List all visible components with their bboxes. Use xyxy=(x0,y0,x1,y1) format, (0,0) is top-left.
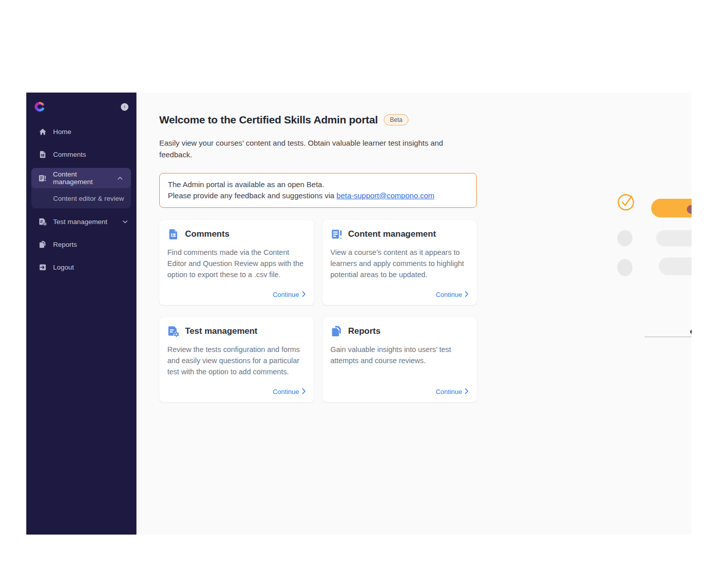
continue-link-comments[interactable]: Continue xyxy=(272,291,305,298)
continue-link-test-management[interactable]: Continue xyxy=(272,388,305,396)
sidebar-item-label: Content management xyxy=(53,170,117,186)
content-management-icon xyxy=(38,173,47,183)
sidebar-item-content-editor-review[interactable]: Content editor & review xyxy=(31,188,131,208)
continue-link-content-management[interactable]: Continue xyxy=(436,291,469,298)
reports-icon xyxy=(38,240,47,249)
card-title: Comments xyxy=(185,229,230,239)
card-description: Find comments made via the Content Edito… xyxy=(167,247,306,280)
home-icon xyxy=(38,127,47,137)
sidebar-item-comments[interactable]: Comments xyxy=(26,143,136,166)
beta-notice-banner: The Admin portal is available as an open… xyxy=(159,173,477,208)
notice-line-1: The Admin portal is available as an open… xyxy=(168,179,468,191)
chevron-right-icon xyxy=(465,388,469,396)
card-title: Reports xyxy=(348,326,381,336)
test-management-icon xyxy=(38,217,47,227)
sidebar: ‹ Home Comments xyxy=(26,93,136,535)
notice-line-2: Please provide any feedback and suggesti… xyxy=(168,190,468,202)
chevron-up-icon xyxy=(117,177,123,180)
sidebar-nav: Home Comments xyxy=(26,120,136,279)
card-description: Review the tests configuration and forms… xyxy=(167,344,306,377)
reports-icon xyxy=(331,325,343,337)
sidebar-subitem-label: Content editor & review xyxy=(53,195,124,202)
content-management-icon xyxy=(331,228,343,240)
card-title: Test management xyxy=(185,326,257,336)
sidebar-item-home[interactable]: Home xyxy=(26,120,136,143)
card-description: Gain valuable insights into users’ test … xyxy=(331,344,469,366)
sidebar-collapse-button[interactable]: ‹ xyxy=(121,103,128,111)
sidebar-item-label: Logout xyxy=(53,263,74,271)
sidebar-item-label: Test management xyxy=(53,218,107,226)
main-content: Welcome to the Certified Skills Admin po… xyxy=(136,93,692,535)
chevron-right-icon xyxy=(302,388,306,396)
continue-link-reports[interactable]: Continue xyxy=(436,388,469,396)
card-comments[interactable]: Comments Find comments made via the Cont… xyxy=(159,220,314,305)
chevron-right-icon xyxy=(302,291,306,298)
page-title: Welcome to the Certified Skills Admin po… xyxy=(159,114,378,126)
card-content-management[interactable]: Content management View a course’s conte… xyxy=(323,220,477,305)
sidebar-item-label: Comments xyxy=(53,151,86,158)
beta-badge: Beta xyxy=(384,114,408,125)
comments-icon xyxy=(167,228,179,240)
sidebar-item-label: Reports xyxy=(53,241,77,248)
chevron-down-icon xyxy=(122,220,128,224)
sidebar-item-logout[interactable]: Logout xyxy=(26,256,136,279)
chevron-right-icon xyxy=(465,291,469,298)
card-description: View a course’s content as it appears to… xyxy=(331,247,469,280)
sidebar-group-content-management: Content management Content editor & revi… xyxy=(31,168,131,208)
card-reports[interactable]: Reports Gain valuable insights into user… xyxy=(323,317,477,402)
feature-cards: Comments Find comments made via the Cont… xyxy=(159,220,477,402)
app-window: ‹ Home Comments xyxy=(26,93,692,535)
card-title: Content management xyxy=(348,229,436,239)
sidebar-item-reports[interactable]: Reports xyxy=(26,233,136,256)
page-subtitle: Easily view your courses’ content and te… xyxy=(159,137,455,161)
card-test-management[interactable]: Test management Review the tests configu… xyxy=(159,317,314,402)
comments-icon xyxy=(38,150,47,159)
logout-icon xyxy=(38,263,47,272)
beta-support-email-link[interactable]: beta-support@compono.com xyxy=(337,191,435,200)
sidebar-item-label: Home xyxy=(53,128,71,136)
compono-logo[interactable] xyxy=(34,102,45,112)
chevron-left-icon: ‹ xyxy=(124,104,125,109)
checklist-person-illustration xyxy=(616,167,692,341)
sidebar-item-test-management[interactable]: Test management xyxy=(26,210,136,233)
sidebar-item-content-management[interactable]: Content management xyxy=(31,168,131,188)
test-management-icon xyxy=(167,325,179,337)
